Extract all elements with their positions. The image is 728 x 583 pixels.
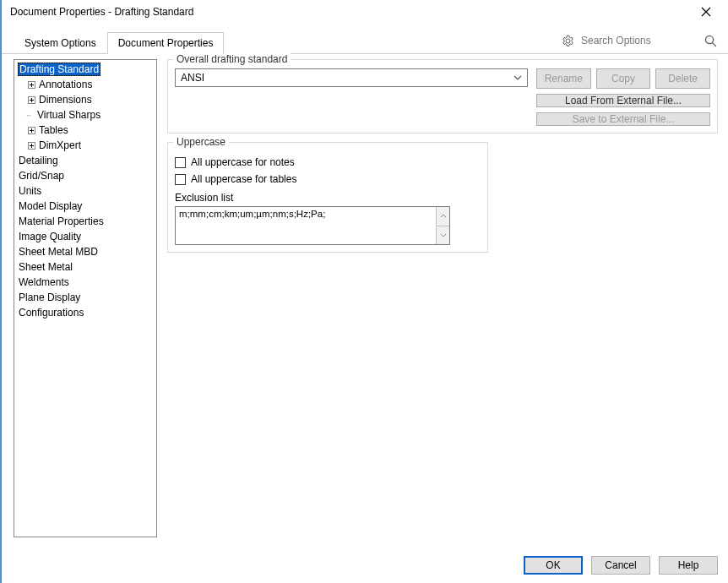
tree-detailing[interactable]: Detailing [14, 153, 156, 168]
tree-image-quality[interactable]: Image Quality [14, 229, 156, 244]
tab-strip: System Options Document Properties [14, 32, 224, 54]
expand-icon[interactable] [26, 140, 36, 150]
spin-down-button[interactable] [437, 226, 449, 245]
search-input[interactable] [579, 34, 698, 47]
window-title: Document Properties - Drafting Standard [10, 6, 193, 18]
search-icon[interactable] [703, 33, 718, 48]
exclusion-textarea-wrap: m;mm;cm;km;um;µm;nm;s;Hz;Pa; [175, 206, 450, 245]
overall-standard-group: Overall drafting standard ANSI Rename Co… [167, 59, 718, 133]
rename-button[interactable]: Rename [536, 68, 591, 89]
tree-configurations[interactable]: Configurations [14, 305, 156, 320]
svg-point-0 [705, 35, 713, 43]
ok-button[interactable]: OK [524, 556, 583, 575]
nav-tree: Drafting Standard Annotations Dimensions… [14, 59, 157, 537]
uppercase-notes-checkbox[interactable]: All uppercase for notes [175, 156, 481, 168]
chevron-down-icon [440, 233, 447, 237]
tree-tables[interactable]: Tables [14, 123, 156, 138]
uppercase-title: Uppercase [173, 136, 229, 148]
uppercase-notes-label: All uppercase for notes [191, 156, 295, 168]
overall-standard-label: Overall drafting standard [173, 53, 291, 65]
tree-annotations[interactable]: Annotations [14, 77, 156, 92]
tree-material-properties[interactable]: Material Properties [14, 214, 156, 229]
close-icon [701, 7, 711, 17]
close-button[interactable] [689, 0, 723, 24]
tree-dimxpert[interactable]: DimXpert [14, 138, 156, 153]
tree-weldments[interactable]: Weldments [14, 275, 156, 290]
exclusion-textarea[interactable]: m;mm;cm;km;um;µm;nm;s;Hz;Pa; [176, 207, 436, 244]
standard-dropdown[interactable]: ANSI [175, 68, 528, 87]
save-external-button[interactable]: Save to External File... [536, 112, 710, 126]
uppercase-group: Uppercase All uppercase for notes All up… [167, 142, 488, 253]
checkbox-icon [175, 157, 186, 168]
tree-drafting-standard[interactable]: Drafting Standard [14, 62, 156, 77]
uppercase-tables-checkbox[interactable]: All uppercase for tables [175, 173, 481, 185]
tree-sheet-metal[interactable]: Sheet Metal [14, 259, 156, 275]
tree-leaf-icon: ··· [26, 111, 35, 120]
tab-document-properties[interactable]: Document Properties [107, 32, 225, 54]
standard-button-column: Rename Copy Delete Load From External Fi… [536, 68, 710, 126]
tree-grid-snap[interactable]: Grid/Snap [14, 168, 156, 183]
spin-up-button[interactable] [437, 207, 449, 226]
tree-virtual-sharps[interactable]: ···Virtual Sharps [14, 107, 156, 123]
dialog-footer: OK Cancel Help [524, 556, 718, 575]
standard-value: ANSI [181, 72, 204, 84]
main-panel: Overall drafting standard ANSI Rename Co… [167, 59, 718, 537]
tree-plane-display[interactable]: Plane Display [14, 290, 156, 305]
gear-icon[interactable] [561, 34, 574, 47]
content: Drafting Standard Annotations Dimensions… [2, 54, 728, 537]
tree-model-display[interactable]: Model Display [14, 199, 156, 214]
exclusion-label: Exclusion list [175, 192, 481, 204]
topbar: System Options Document Properties [2, 24, 728, 54]
help-button[interactable]: Help [659, 556, 718, 575]
tree-sheet-metal-mbd[interactable]: Sheet Metal MBD [14, 244, 156, 259]
expand-icon[interactable] [26, 125, 36, 135]
exclusion-spin [436, 207, 449, 244]
chevron-down-icon [512, 72, 524, 84]
uppercase-tables-label: All uppercase for tables [191, 173, 296, 185]
expand-icon[interactable] [26, 79, 36, 90]
load-external-button[interactable]: Load From External File... [536, 94, 710, 107]
chevron-up-icon [440, 214, 447, 218]
cancel-button[interactable]: Cancel [591, 556, 650, 575]
copy-button[interactable]: Copy [596, 68, 651, 89]
tree-units[interactable]: Units [14, 183, 156, 199]
search-wrap [561, 33, 718, 53]
delete-button[interactable]: Delete [655, 68, 710, 89]
titlebar: Document Properties - Drafting Standard [2, 0, 728, 24]
expand-icon[interactable] [26, 95, 36, 105]
checkbox-icon [175, 174, 186, 185]
svg-line-1 [712, 42, 715, 46]
tab-system-options[interactable]: System Options [14, 32, 107, 54]
tree-dimensions[interactable]: Dimensions [14, 92, 156, 107]
